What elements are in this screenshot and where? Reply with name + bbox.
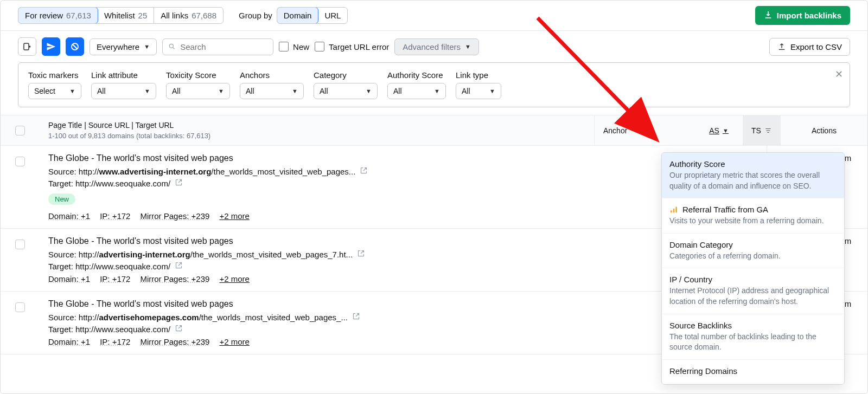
- as-option[interactable]: Domain CategoryCategories of a referring…: [662, 234, 844, 269]
- column-header-ts[interactable]: TS: [743, 115, 781, 145]
- filter-category-select[interactable]: All▼: [314, 83, 378, 99]
- meta-more[interactable]: +2 more: [219, 274, 249, 283]
- row-main-cell: The Globe - The world's most visited web…: [40, 146, 767, 228]
- as-option-desc: Our proprietary metric that scores the o…: [669, 170, 837, 191]
- chevron-down-icon: ▼: [69, 88, 75, 94]
- external-link-icon[interactable]: [175, 324, 183, 334]
- target-url-error-checkbox[interactable]: [315, 42, 324, 51]
- toolbar: Everywhere ▼ New Target URL error Advanc…: [1, 31, 867, 62]
- row-checkbox[interactable]: [15, 240, 25, 249]
- row-source: Source: http://advertising-internet.org/…: [48, 249, 758, 259]
- filter-anchors: Anchors All▼: [240, 70, 304, 99]
- send-icon-button[interactable]: [42, 37, 60, 56]
- tab-count: 67,613: [66, 11, 91, 20]
- meta-domain[interactable]: Domain: +1: [48, 211, 90, 221]
- export-csv-button[interactable]: Export to CSV: [769, 38, 850, 56]
- column-header-as[interactable]: AS▼: [695, 115, 743, 145]
- as-option[interactable]: Referring Domains: [662, 360, 844, 384]
- tab-count: 25: [138, 11, 148, 20]
- row-title: The Globe - The world's most visited web…: [48, 153, 758, 163]
- meta-ip[interactable]: IP: +172: [100, 274, 130, 283]
- as-option-title: IP / Country: [669, 275, 837, 284]
- as-option[interactable]: Referral Traffic from GAVisits to your w…: [662, 198, 844, 234]
- tab-count: 67,688: [192, 11, 216, 20]
- filter-anchors-select[interactable]: All▼: [240, 83, 304, 99]
- search-input[interactable]: [180, 42, 267, 51]
- chevron-down-icon: ▼: [489, 88, 495, 94]
- meta-ip[interactable]: IP: +172: [100, 211, 130, 221]
- target-url-error-checkbox-wrapper[interactable]: Target URL error: [315, 42, 389, 51]
- chevron-down-icon: ▼: [366, 88, 372, 94]
- row-check-cell: [1, 229, 40, 257]
- row-main-cell: The Globe - The world's most visited web…: [40, 292, 767, 354]
- chevron-down-icon: ▼: [144, 88, 150, 94]
- new-checkbox-wrapper[interactable]: New: [279, 42, 309, 51]
- filter-toxicity-score-select[interactable]: All▼: [166, 83, 230, 99]
- meta-ip[interactable]: IP: +172: [100, 337, 130, 346]
- filters-row: Toxic markers Select▼ Link attribute All…: [18, 62, 850, 107]
- import-backlinks-button[interactable]: Import backlinks: [755, 6, 850, 25]
- meta-domain[interactable]: Domain: +1: [48, 337, 90, 346]
- download-icon: [764, 10, 773, 21]
- tab-label: For review: [25, 11, 63, 20]
- svg-rect-0: [24, 43, 29, 50]
- chevron-down-icon: ▼: [292, 88, 298, 94]
- block-icon-button[interactable]: [66, 37, 84, 56]
- tab-all-links[interactable]: All links 67,688: [154, 8, 223, 23]
- as-option[interactable]: Authority ScoreOur proprietary metric th…: [662, 153, 844, 198]
- search-input-wrapper: [162, 38, 273, 55]
- new-checkbox[interactable]: [279, 42, 289, 51]
- external-link-icon[interactable]: [357, 249, 365, 259]
- row-checkbox[interactable]: [15, 157, 25, 166]
- filter-link-type-select[interactable]: All▼: [456, 83, 501, 99]
- sort-icon: [764, 127, 772, 134]
- chevron-down-icon: ▼: [465, 43, 471, 50]
- filter-toxic-markers-select[interactable]: Select▼: [28, 83, 81, 99]
- filter-link-attribute-select[interactable]: All▼: [91, 83, 156, 99]
- upload-icon: [777, 42, 786, 51]
- export-icon-button[interactable]: [18, 37, 36, 56]
- group-by-domain[interactable]: Domain: [277, 7, 319, 24]
- filter-link-attribute: Link attribute All▼: [91, 70, 156, 99]
- row-title: The Globe - The world's most visited web…: [48, 236, 758, 246]
- meta-more[interactable]: +2 more: [219, 337, 249, 346]
- meta-more[interactable]: +2 more: [219, 211, 249, 221]
- as-option-desc: Categories of a referring domain.: [669, 251, 837, 262]
- chevron-down-icon: ▼: [434, 88, 440, 94]
- select-all-cell: [1, 115, 40, 145]
- filter-category: Category All▼: [314, 70, 378, 99]
- scope-dropdown[interactable]: Everywhere ▼: [90, 38, 157, 55]
- as-option-title: Authority Score: [669, 159, 837, 169]
- external-link-icon[interactable]: [352, 312, 360, 322]
- select-all-checkbox[interactable]: [15, 126, 25, 135]
- row-checkbox[interactable]: [15, 302, 25, 312]
- chevron-down-icon: ▼: [218, 88, 224, 94]
- table-header: Page Title | Source URL | Target URL 1-1…: [1, 115, 867, 146]
- svg-point-2: [169, 44, 173, 48]
- meta-domain[interactable]: Domain: +1: [48, 274, 90, 283]
- as-option[interactable]: IP / CountryInternet Protocol (IP) addre…: [662, 268, 844, 314]
- as-option[interactable]: Source BacklinksThe total number of back…: [662, 314, 844, 360]
- external-link-icon[interactable]: [360, 166, 368, 176]
- row-target: Target: http://www.seoquake.com/: [48, 324, 758, 334]
- group-by-url[interactable]: URL: [318, 8, 347, 23]
- advanced-filters-button[interactable]: Advanced filters ▼: [394, 38, 479, 55]
- row-main-cell: The Globe - The world's most visited web…: [40, 229, 767, 291]
- meta-mirror[interactable]: Mirror Pages: +239: [140, 274, 209, 283]
- new-badge: New: [48, 193, 75, 205]
- tab-for-review[interactable]: For review 67,613: [18, 7, 98, 24]
- as-option-title: Source Backlinks: [669, 321, 837, 330]
- meta-mirror[interactable]: Mirror Pages: +239: [140, 337, 209, 346]
- external-link-icon[interactable]: [175, 178, 183, 188]
- ga-icon: [669, 205, 678, 214]
- as-option-title: Domain Category: [669, 240, 837, 249]
- as-option-desc: The total number of backlinks leading to…: [669, 332, 837, 353]
- filter-toxic-markers: Toxic markers Select▼: [28, 70, 81, 99]
- meta-mirror[interactable]: Mirror Pages: +239: [140, 211, 209, 221]
- filter-authority-score-select[interactable]: All▼: [387, 83, 446, 99]
- group-by-toggle: Domain URL: [277, 7, 348, 24]
- tab-whitelist[interactable]: Whitelist 25: [98, 8, 154, 23]
- close-filters-icon[interactable]: ✕: [835, 68, 843, 80]
- row-target: Target: http://www.seoquake.com/: [48, 178, 758, 188]
- external-link-icon[interactable]: [175, 261, 183, 271]
